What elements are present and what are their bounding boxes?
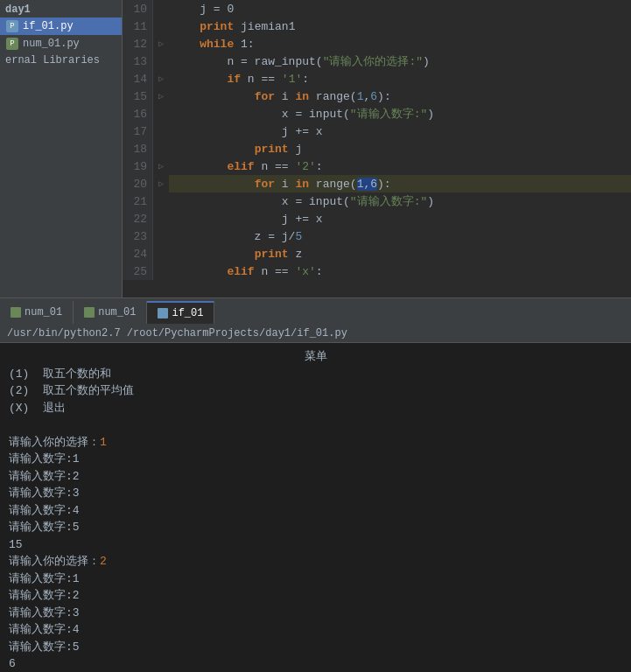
code-line-25: 25 elif n == 'x': <box>123 262 631 280</box>
gutter-17 <box>153 122 169 140</box>
code-line-19: 19 ▷ elif n == '2': <box>123 158 631 175</box>
file-icon-if01: P <box>5 19 19 33</box>
gutter-13 <box>153 52 169 70</box>
line-num-10: 10 <box>123 0 153 18</box>
sidebar-libraries: ernal Libraries <box>0 52 122 68</box>
line-num-24: 24 <box>123 245 153 262</box>
code-line-23: 23 z = j/5 <box>123 228 631 245</box>
editor-area: day1 P if_01.py P num_01.py ernal Librar… <box>0 0 631 298</box>
terminal-area[interactable]: 菜单 (1) 取五个数的和 (2) 取五个数的平均值 (X) 退出 请输入你的选… <box>0 343 631 672</box>
gutter-21 <box>153 192 169 210</box>
line-content-12: while 1: <box>169 35 631 52</box>
terminal-output-5: 请输入数字:5 <box>9 519 622 536</box>
terminal-blank-1 <box>9 416 622 434</box>
sidebar-filename-if01: if_01.py <box>23 20 74 32</box>
file-icon-num01: P <box>5 37 19 51</box>
path-text: /usr/bin/python2.7 /root/PycharmProjects… <box>7 327 347 340</box>
terminal-output-3: 请输入数字:3 <box>9 485 622 502</box>
code-line-22: 22 j += x <box>123 210 631 228</box>
gutter-16 <box>153 105 169 122</box>
code-line-15: 15 ▷ for i in range(1,6): <box>123 88 631 105</box>
terminal-output-11: 请输入数字:4 <box>9 621 622 639</box>
gutter-19: ▷ <box>153 158 169 175</box>
line-content-17: j += x <box>169 122 631 140</box>
line-content-21: x = input("请输入数字:") <box>169 192 631 210</box>
gutter-10 <box>153 0 169 18</box>
line-num-20: 20 <box>123 175 153 192</box>
code-line-17: 17 j += x <box>123 122 631 140</box>
code-line-11: 11 print jiemian1 <box>123 18 631 35</box>
tab-icon-if01 <box>158 308 168 318</box>
terminal-output-1: 请输入数字:1 <box>9 451 622 468</box>
line-num-17: 17 <box>123 122 153 140</box>
tab-num01-1[interactable]: num_01 <box>0 301 74 324</box>
tab-if01[interactable]: if_01 <box>147 301 214 324</box>
line-num-12: 12 <box>123 35 153 52</box>
line-content-14: if n == '1': <box>169 70 631 88</box>
line-num-14: 14 <box>123 70 153 88</box>
code-line-16: 16 x = input("请输入数字:") <box>123 105 631 122</box>
line-content-15: for i in range(1,6): <box>169 88 631 105</box>
code-line-21: 21 x = input("请输入数字:") <box>123 192 631 210</box>
line-content-24: print z <box>169 245 631 262</box>
gutter-20: ▷ <box>153 175 169 192</box>
line-content-13: n = raw_input("请输入你的选择:") <box>169 52 631 70</box>
line-num-23: 23 <box>123 228 153 245</box>
gutter-11 <box>153 18 169 35</box>
code-line-18: 18 print j <box>123 140 631 158</box>
menu-title: 菜单 <box>9 348 622 366</box>
terminal-output-6: 15 <box>9 536 622 554</box>
sidebar-filename-num01: num_01.py <box>23 38 80 50</box>
menu-item-1: (1) 取五个数的和 <box>9 366 622 383</box>
line-content-18: print j <box>169 140 631 158</box>
code-line-14: 14 ▷ if n == '1': <box>123 70 631 88</box>
line-num-16: 16 <box>123 105 153 122</box>
menu-item-2: (2) 取五个数的平均值 <box>9 382 622 400</box>
line-num-11: 11 <box>123 18 153 35</box>
line-content-20: for i in range(1,6): <box>169 175 631 192</box>
line-content-23: z = j/5 <box>169 228 631 245</box>
tab-label-num01-2: num_01 <box>98 306 136 318</box>
sidebar: day1 P if_01.py P num_01.py ernal Librar… <box>0 0 123 298</box>
gutter-15: ▷ <box>153 88 169 105</box>
code-editor[interactable]: 10 j = 0 11 print jiemian1 12 ▷ while 1:… <box>123 0 631 298</box>
gutter-14: ▷ <box>153 70 169 88</box>
tab-label-num01-1: num_01 <box>25 306 62 318</box>
project-title: day1 <box>0 2 122 18</box>
menu-item-x: (X) 退出 <box>9 400 622 417</box>
terminal-output-2: 请输入数字:2 <box>9 468 622 486</box>
tab-bar: num_01 num_01 if_01 <box>0 298 631 324</box>
gutter-24 <box>153 245 169 262</box>
terminal-output-4: 请输入数字:4 <box>9 502 622 520</box>
code-line-10: 10 j = 0 <box>123 0 631 18</box>
line-num-15: 15 <box>123 88 153 105</box>
terminal-output-10: 请输入数字:3 <box>9 605 622 622</box>
line-content-22: j += x <box>169 210 631 228</box>
line-content-19: elif n == '2': <box>169 158 631 175</box>
tab-num01-2[interactable]: num_01 <box>74 301 147 324</box>
gutter-23 <box>153 228 169 245</box>
terminal-output-8: 请输入数字:1 <box>9 570 622 588</box>
line-num-18: 18 <box>123 140 153 158</box>
terminal-output-7: 请输入你的选择：2 <box>9 553 622 570</box>
tab-icon-num01-1 <box>11 307 21 318</box>
line-num-25: 25 <box>123 262 153 280</box>
code-line-20: 20 ▷ for i in range(1,6): <box>123 175 631 192</box>
terminal-output-12: 请输入数字:5 <box>9 639 622 656</box>
code-line-13: 13 n = raw_input("请输入你的选择:") <box>123 52 631 70</box>
line-num-21: 21 <box>123 192 153 210</box>
line-num-13: 13 <box>123 52 153 70</box>
line-content-10: j = 0 <box>169 0 631 18</box>
path-bar: /usr/bin/python2.7 /root/PycharmProjects… <box>0 324 631 343</box>
gutter-22 <box>153 210 169 228</box>
tab-label-if01: if_01 <box>172 307 203 319</box>
sidebar-item-if01[interactable]: P if_01.py <box>0 18 122 35</box>
terminal-output-13: 6 <box>9 655 622 672</box>
line-content-16: x = input("请输入数字:") <box>169 105 631 122</box>
tab-icon-num01-2 <box>84 307 95 318</box>
code-line-24: 24 print z <box>123 245 631 262</box>
line-content-11: print jiemian1 <box>169 18 631 35</box>
gutter-25 <box>153 262 169 280</box>
sidebar-item-num01[interactable]: P num_01.py <box>0 35 122 52</box>
line-num-19: 19 <box>123 158 153 175</box>
